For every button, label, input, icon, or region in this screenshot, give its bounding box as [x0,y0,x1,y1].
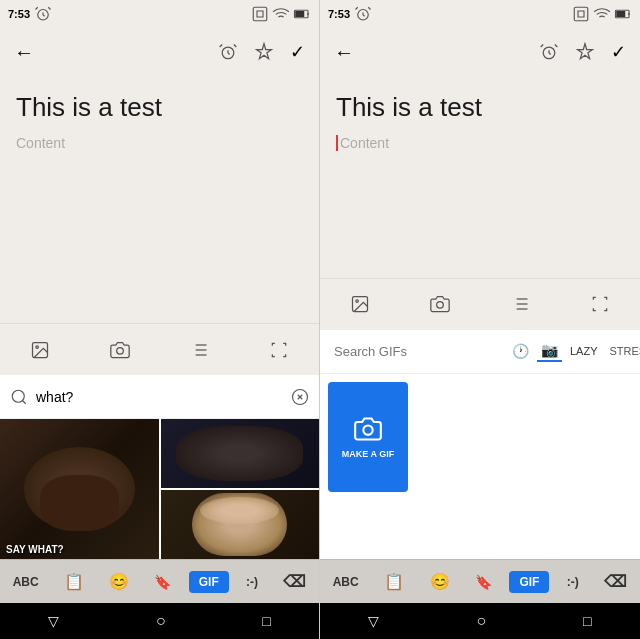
battery-icon-r [614,5,632,23]
left-key-doc[interactable]: 📋 [56,568,92,595]
gif-label-saywhat: SAY WHAT? [6,544,64,555]
right-search-input[interactable] [334,344,502,359]
right-toolbar-icons: ✓ [539,41,626,63]
camera-icon-l[interactable] [110,340,130,360]
right-key-backspace[interactable]: ⌫ [596,568,635,595]
right-note-title: This is a test [336,92,624,123]
right-gif-results[interactable]: MAKE A GIF [320,374,640,560]
svg-point-26 [437,302,444,309]
pin-toolbar-icon-l[interactable] [254,42,274,62]
right-bottom-toolbar [320,278,640,330]
left-key-backspace[interactable]: ⌫ [275,568,314,595]
right-key-gif[interactable]: GIF [509,571,549,593]
gif-tag-lazy[interactable]: LAZY [566,343,602,359]
svg-point-14 [12,390,24,402]
wifi-icon-r [593,5,611,23]
left-key-smile[interactable]: :-) [238,571,266,593]
gif-item-2[interactable] [161,419,320,488]
wifi-icon [272,5,290,23]
left-gif-grid: SAY WHAT? [0,419,319,559]
right-phone-panel: 7:53 ← ✓ This is a test Content [320,0,640,639]
svg-rect-1 [253,7,267,21]
left-back-button[interactable]: ← [14,41,34,64]
left-status-icons [251,5,311,23]
pin-toolbar-icon-r[interactable] [575,42,595,62]
right-gif-search-bar: 🕐 📷 LAZY STRESSE [320,330,640,374]
svg-point-35 [363,425,372,434]
left-note-title: This is a test [16,92,303,123]
list-icon-l[interactable] [189,340,209,360]
image-icon-r[interactable] [350,294,370,314]
text-cursor [336,135,338,151]
nfc-icon-r [572,5,590,23]
left-note-area[interactable]: This is a test Content [0,76,319,323]
right-back-button[interactable]: ← [334,41,354,64]
scan-icon-l[interactable] [269,340,289,360]
svg-point-6 [36,345,39,348]
gif-item-3[interactable] [161,490,320,559]
alarm-toolbar-icon-r[interactable] [539,42,559,62]
left-keyboard-row: ABC 📋 😊 🔖 GIF :-) ⌫ [0,559,319,603]
image-icon-l[interactable] [30,340,50,360]
battery-icon-l [293,5,311,23]
right-nav-recent[interactable]: □ [583,613,591,629]
left-nav-recent[interactable]: □ [262,613,270,629]
right-nav-back[interactable]: ▽ [368,613,379,629]
svg-point-25 [356,300,359,303]
svg-rect-22 [616,11,625,17]
right-nav-home[interactable]: ○ [476,612,486,630]
svg-rect-3 [295,11,304,17]
right-nav-bar: ▽ ○ □ [320,603,640,639]
gif-tag-recent[interactable]: 🕐 [508,341,533,361]
left-phone-panel: 7:53 ← ✓ This is a test Content [0,0,320,639]
right-status-time: 7:53 [328,5,372,23]
right-check-button[interactable]: ✓ [611,41,626,63]
left-nav-home[interactable]: ○ [156,612,166,630]
left-status-time: 7:53 [8,5,52,23]
left-nav-bar: ▽ ○ □ [0,603,319,639]
right-status-icons [572,5,632,23]
make-gif-button[interactable]: MAKE A GIF [328,382,408,492]
gif-tags: 🕐 📷 LAZY STRESSE [508,340,640,362]
left-nav-back[interactable]: ▽ [48,613,59,629]
make-gif-label: MAKE A GIF [342,449,394,459]
left-toolbar-icons: ✓ [218,41,305,63]
left-bottom-toolbar [0,323,319,375]
make-gif-camera-icon [354,415,382,443]
left-search-input[interactable] [36,389,283,405]
svg-point-7 [116,347,123,354]
camera-icon-r[interactable] [430,294,450,314]
left-content-placeholder: Content [16,135,65,151]
right-status-bar: 7:53 [320,0,640,28]
list-icon-r[interactable] [510,294,530,314]
right-key-emoji[interactable]: 😊 [422,568,458,595]
left-time: 7:53 [8,8,30,20]
alarm-icon-r [354,5,372,23]
left-note-content: Content [16,135,303,151]
svg-rect-20 [574,7,588,21]
right-top-toolbar: ← ✓ [320,28,640,76]
right-key-sticker[interactable]: 🔖 [467,570,500,594]
right-content-placeholder: Content [340,135,389,151]
left-key-gif[interactable]: GIF [189,571,229,593]
right-key-abc[interactable]: ABC [325,571,367,593]
left-top-toolbar: ← ✓ [0,28,319,76]
gif-tag-stressed[interactable]: STRESSE [606,343,640,359]
left-check-button[interactable]: ✓ [290,41,305,63]
right-note-area[interactable]: This is a test Content [320,76,640,278]
clear-icon-l[interactable] [291,388,309,406]
right-note-content: Content [336,135,624,151]
left-key-abc[interactable]: ABC [5,571,47,593]
left-key-sticker[interactable]: 🔖 [146,570,179,594]
alarm-icon [34,5,52,23]
svg-line-15 [22,400,25,403]
right-key-smile[interactable]: :-) [559,571,587,593]
left-key-emoji[interactable]: 😊 [101,568,137,595]
gif-item-saywhat[interactable]: SAY WHAT? [0,419,159,559]
left-search-bar [0,375,319,419]
search-icon-l [10,388,28,406]
right-key-doc[interactable]: 📋 [376,568,412,595]
gif-tag-camera[interactable]: 📷 [537,340,562,362]
alarm-toolbar-icon-l[interactable] [218,42,238,62]
scan-icon-r[interactable] [590,294,610,314]
